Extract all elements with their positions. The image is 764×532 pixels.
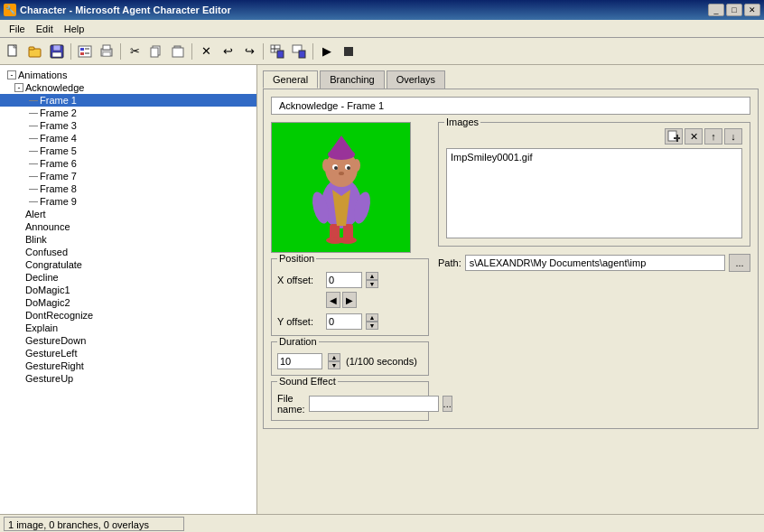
tree-item-gestureright[interactable]: GestureRight bbox=[0, 359, 256, 372]
tree-item-frame1[interactable]: Frame 1 bbox=[0, 94, 256, 107]
svg-point-32 bbox=[334, 166, 338, 170]
svg-rect-25 bbox=[344, 47, 353, 56]
root-expand-icon[interactable]: - bbox=[7, 70, 16, 79]
tree-item-acknowledge[interactable]: - Acknowledge bbox=[0, 81, 256, 94]
window-controls[interactable]: _ □ ✕ bbox=[708, 4, 760, 16]
duration-down-arrow[interactable]: ▼ bbox=[328, 361, 340, 369]
tree-item-alert[interactable]: Alert bbox=[0, 208, 256, 220]
x-down-arrow[interactable]: ▼ bbox=[366, 280, 378, 288]
main-content: - Animations - Acknowledge Frame 1 Frame… bbox=[0, 65, 764, 514]
tree-item-gestureleft[interactable]: GestureLeft bbox=[0, 347, 256, 359]
print-button[interactable] bbox=[97, 42, 116, 61]
svg-point-42 bbox=[339, 237, 357, 244]
move-up-button[interactable]: ↑ bbox=[704, 128, 722, 145]
tree-item-confused[interactable]: Confused bbox=[0, 246, 256, 258]
play-button[interactable]: ▶ bbox=[317, 42, 337, 61]
tree-item-explain[interactable]: Explain bbox=[0, 322, 256, 334]
tree-root[interactable]: - Animations bbox=[0, 69, 256, 81]
add-image-button[interactable] bbox=[665, 128, 683, 145]
tree-root-label: Animations bbox=[18, 70, 67, 80]
x-offset-label: X offset: bbox=[277, 275, 322, 285]
acknowledge-expand-icon[interactable]: - bbox=[14, 83, 23, 92]
image-list[interactable]: ImpSmiley0001.gif bbox=[446, 148, 742, 238]
zoom-out-button[interactable] bbox=[289, 42, 309, 61]
tree-item-frame5[interactable]: Frame 5 bbox=[0, 145, 256, 157]
duration-title: Duration bbox=[277, 336, 319, 347]
svg-rect-18 bbox=[172, 48, 183, 57]
menu-help[interactable]: Help bbox=[59, 22, 90, 36]
tree-view[interactable]: - Animations - Acknowledge Frame 1 Frame… bbox=[0, 65, 256, 514]
sound-title: Sound Effect bbox=[277, 376, 338, 387]
y-offset-input[interactable] bbox=[326, 313, 362, 330]
tree-item-gesturedown[interactable]: GestureDown bbox=[0, 334, 256, 347]
tab-branching[interactable]: Branching bbox=[320, 70, 385, 89]
y-down-arrow[interactable]: ▼ bbox=[366, 322, 378, 330]
app-icon: 🔧 bbox=[4, 4, 16, 16]
tree-item-announce[interactable]: Announce bbox=[0, 220, 256, 233]
toolbar: ✂ ✕ ↩ ↪ ▶ bbox=[0, 38, 764, 65]
tab-general[interactable]: General bbox=[263, 70, 318, 89]
cut-button[interactable]: ✂ bbox=[125, 42, 144, 61]
tab-overlays[interactable]: Overlays bbox=[387, 70, 445, 89]
remove-image-button[interactable]: ✕ bbox=[685, 128, 703, 145]
paste-button[interactable] bbox=[168, 42, 188, 61]
left-arrow[interactable]: ◀ bbox=[326, 292, 340, 308]
sound-file-input[interactable] bbox=[309, 396, 439, 412]
position-title: Position bbox=[277, 253, 316, 264]
x-up-arrow[interactable]: ▲ bbox=[366, 272, 378, 280]
sound-browse-button[interactable]: ... bbox=[443, 396, 452, 412]
duration-input[interactable] bbox=[277, 353, 322, 369]
copy-button[interactable] bbox=[146, 42, 166, 61]
tree-item-domagic2[interactable]: DoMagic2 bbox=[0, 296, 256, 309]
tree-item-frame2[interactable]: Frame 2 bbox=[0, 107, 256, 119]
x-offset-row: X offset: ▲ ▼ bbox=[277, 272, 423, 288]
menu-edit[interactable]: Edit bbox=[31, 22, 59, 36]
tree-item-blink[interactable]: Blink bbox=[0, 233, 256, 246]
undo-button[interactable]: ↩ bbox=[218, 42, 238, 61]
tree-item-frame4[interactable]: Frame 4 bbox=[0, 132, 256, 145]
tree-item-decline[interactable]: Decline bbox=[0, 271, 256, 284]
title-bar: 🔧 Character - Microsoft Agent Character … bbox=[0, 0, 764, 20]
right-arrow[interactable]: ▶ bbox=[342, 292, 357, 308]
save-button[interactable] bbox=[47, 42, 67, 61]
properties-button[interactable] bbox=[75, 42, 95, 61]
tree-item-congratulate[interactable]: Congratulate bbox=[0, 258, 256, 271]
menu-file[interactable]: File bbox=[4, 22, 31, 36]
open-button[interactable] bbox=[25, 42, 45, 61]
images-group: Images ✕ ↑ ↓ ImpSmiley0001.gif bbox=[438, 122, 750, 247]
delete-button[interactable]: ✕ bbox=[196, 42, 216, 61]
minimize-button[interactable]: _ bbox=[708, 4, 724, 16]
tree-item-dontrecognize[interactable]: DontRecognize bbox=[0, 309, 256, 322]
tree-item-domagic1[interactable]: DoMagic1 bbox=[0, 284, 256, 296]
svg-rect-3 bbox=[29, 47, 34, 50]
stop-button[interactable] bbox=[339, 42, 359, 61]
duration-group: Duration ▲ ▼ (1/100 seconds) bbox=[271, 341, 429, 376]
y-offset-label: Y offset: bbox=[277, 316, 322, 327]
svg-rect-16 bbox=[151, 48, 158, 57]
svg-rect-5 bbox=[53, 45, 61, 51]
x-offset-spinners[interactable]: ▲ ▼ bbox=[366, 272, 378, 288]
maximize-button[interactable]: □ bbox=[726, 4, 742, 16]
zoom-in-button[interactable] bbox=[267, 42, 287, 61]
svg-rect-44 bbox=[668, 131, 676, 141]
tree-item-frame6[interactable]: Frame 6 bbox=[0, 157, 256, 170]
redo-button[interactable]: ↪ bbox=[239, 42, 259, 61]
tree-item-gestureup[interactable]: GestureUp bbox=[0, 372, 256, 385]
position-group: Position X offset: ▲ ▼ ◀ ▶ bbox=[271, 258, 429, 336]
y-up-arrow[interactable]: ▲ bbox=[366, 313, 378, 322]
tree-item-frame3[interactable]: Frame 3 bbox=[0, 119, 256, 132]
duration-up-arrow[interactable]: ▲ bbox=[328, 353, 340, 361]
svg-rect-7 bbox=[79, 46, 91, 57]
tree-item-frame9[interactable]: Frame 9 bbox=[0, 195, 256, 208]
svg-point-33 bbox=[347, 166, 350, 170]
close-button[interactable]: ✕ bbox=[744, 4, 760, 16]
tree-leaf-line bbox=[25, 183, 40, 194]
x-offset-input[interactable] bbox=[326, 272, 362, 288]
move-down-button[interactable]: ↓ bbox=[724, 128, 742, 145]
tree-item-frame8[interactable]: Frame 8 bbox=[0, 182, 256, 195]
image-list-item[interactable]: ImpSmiley0001.gif bbox=[449, 151, 740, 163]
tree-item-frame7[interactable]: Frame 7 bbox=[0, 170, 256, 182]
path-browse-button[interactable]: ... bbox=[729, 254, 750, 272]
new-button[interactable] bbox=[4, 42, 23, 61]
y-offset-spinners[interactable]: ▲ ▼ bbox=[366, 313, 378, 330]
